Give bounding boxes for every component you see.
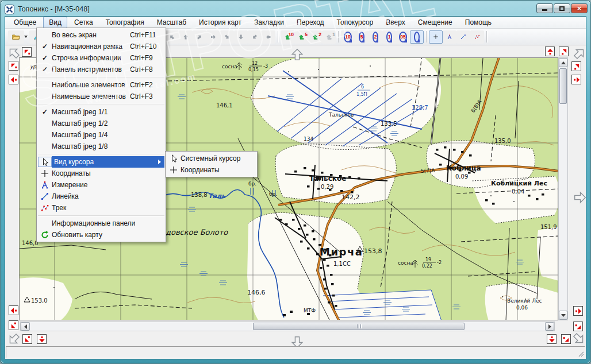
menubar-item-obschee[interactable]: Общее	[8, 17, 42, 28]
horizontal-scrollbar[interactable]	[20, 322, 555, 331]
horizontal-scrollbar-thumb[interactable]	[253, 323, 465, 330]
zoom-in-10-button[interactable]: 10	[281, 30, 294, 44]
menu-item-jpeg-1-8[interactable]: Масштаб jpeg 1/8	[37, 141, 166, 152]
nav-frame-sw-arrow[interactable]	[7, 332, 21, 346]
menubar-item-topografiya[interactable]: Топография	[100, 17, 150, 28]
jump-nw-button[interactable]	[9, 61, 18, 71]
up-arrow-icon	[561, 61, 566, 64]
zoom-in-2-button[interactable]: 2	[308, 30, 322, 44]
track-tool-button[interactable]	[470, 30, 484, 44]
menubar-item-masshtab[interactable]: Масштаб	[151, 17, 192, 28]
nav-frame-nw-arrow[interactable]	[7, 46, 21, 60]
pan-down-button[interactable]	[234, 30, 248, 44]
jump-down-button[interactable]	[37, 334, 47, 344]
menu-item-toolbar[interactable]: ✓ Панель инструментов Ctrl+F8	[37, 64, 166, 75]
menu-item-fullscreen[interactable]: Во весь экран Ctrl+F11	[37, 29, 166, 41]
minimize-button[interactable]	[536, 3, 553, 13]
menubar-item-vverh[interactable]: Вверх	[380, 17, 410, 28]
jump-up-button[interactable]	[545, 47, 555, 56]
zoom-free-button[interactable]	[410, 30, 424, 44]
menu-item-jpeg-1-2[interactable]: Масштаб jpeg 1/2	[37, 118, 166, 129]
pan-ne-icon	[194, 31, 206, 43]
menu-item-cursor-view[interactable]: Вид курсора	[37, 156, 166, 168]
vertical-scrollbar-thumb[interactable]	[559, 68, 567, 104]
zoom-in-arrow-icon	[326, 32, 332, 42]
scroll-right-button[interactable]	[545, 322, 554, 331]
nav-frame-ne-arrow[interactable]	[573, 47, 586, 60]
zoom-out-circle-icon: 2	[373, 32, 378, 42]
menubar-item-zakladki[interactable]: Закладки	[248, 17, 290, 28]
map-label: 0,15	[248, 67, 259, 72]
scroll-up-button[interactable]	[559, 58, 567, 67]
menu-item-track[interactable]: Трек	[37, 202, 166, 214]
zoom-out-1-button[interactable]: 1	[382, 30, 396, 44]
red-up-arrow-icon	[546, 48, 554, 56]
menu-item-most-elements[interactable]: Наибольше элементов Ctrl+F2	[37, 79, 166, 91]
menu-item-nav-frame[interactable]: ✓ Навигационная рамка Ctrl+F10	[37, 41, 166, 52]
menu-item-info-line[interactable]: ✓ Строчка информации Ctrl+F9	[37, 52, 166, 64]
pan-nw-icon	[166, 31, 178, 43]
menubar-item-setka[interactable]: Сетка	[68, 17, 99, 28]
jump-sw-button[interactable]	[22, 334, 32, 344]
pan-ne-button[interactable]	[193, 30, 206, 44]
menubar-item-perehod[interactable]: Переход	[291, 17, 330, 28]
close-button[interactable]: ×	[571, 3, 588, 13]
menu-item-refresh-map[interactable]: Обновить карту	[37, 229, 166, 241]
menu-item-jpeg-1-1[interactable]: ✓ Масштаб jpeg 1/1	[37, 106, 166, 118]
nav-frame-right-arrow[interactable]	[573, 191, 586, 204]
menubar-item-topokursor[interactable]: Топокурсор	[331, 17, 379, 28]
jump-nw-button[interactable]	[22, 47, 32, 57]
red-se-arrow-icon	[562, 335, 570, 343]
nav-frame-se-arrow[interactable]	[572, 332, 586, 346]
zoom-out-2-button[interactable]: 2	[369, 30, 382, 44]
jump-sw-button[interactable]	[9, 320, 18, 330]
nav-frame-up-arrow[interactable]	[290, 48, 304, 61]
resize-grip[interactable]	[576, 349, 584, 357]
pan-up-button[interactable]	[179, 30, 193, 44]
menu-item-measure[interactable]: Измерение	[37, 179, 166, 191]
submenu-item-system-cursor[interactable]: Системный курсор	[166, 153, 257, 164]
open-map-button[interactable]	[8, 30, 24, 44]
thumb-grip	[357, 324, 361, 328]
scroll-left-button[interactable]	[21, 322, 30, 331]
jump-right-button[interactable]	[573, 306, 583, 316]
pan-right-button[interactable]	[206, 30, 220, 44]
open-dropdown-caret[interactable]	[24, 36, 28, 38]
jump-ne-button[interactable]	[571, 61, 581, 71]
jump-left-button[interactable]	[9, 305, 18, 315]
app-window: Топоникс - [M-35-048] × Общее Вид Сетка …	[0, 0, 591, 364]
jump-left-button[interactable]	[9, 75, 18, 84]
scroll-down-button[interactable]	[559, 311, 567, 320]
measure-tool-button[interactable]	[443, 30, 456, 44]
menubar-item-istoriya-kart[interactable]: История карт	[193, 17, 247, 28]
jump-se-button[interactable]	[561, 334, 571, 344]
pan-left-button[interactable]	[262, 30, 275, 44]
jump-se-button[interactable]	[573, 322, 583, 331]
menu-item-ruler[interactable]: Линейка	[37, 191, 166, 202]
pan-se-button[interactable]	[220, 30, 234, 44]
zoom-in-5-button[interactable]: 5	[294, 30, 308, 44]
menubar-item-smeschenie[interactable]: Смещение	[412, 17, 458, 28]
maximize-button[interactable]	[554, 3, 570, 13]
menubar-item-pomosch[interactable]: Помощь	[459, 17, 497, 28]
pan-sw-button[interactable]	[248, 30, 262, 44]
menu-item-fewest-elements[interactable]: Наименьше элементов Ctrl+F3	[37, 91, 166, 102]
menu-item-info-panels[interactable]: Информационные панели	[37, 218, 166, 229]
zoom-out-5-button[interactable]: 5	[355, 30, 369, 44]
vertical-scrollbar[interactable]	[558, 57, 568, 320]
jump-right-button[interactable]	[571, 75, 581, 84]
menubar-item-vid[interactable]: Вид	[43, 17, 67, 28]
title-bar[interactable]: Топоникс - [M-35-048]	[5, 2, 586, 16]
submenu-item-coordinates[interactable]: Координаты	[166, 164, 257, 176]
window-title: Топоникс - [M-35-048]	[18, 5, 90, 13]
menu-item-coordinates[interactable]: Координаты	[37, 168, 166, 179]
coordinates-tool-button[interactable]	[429, 30, 443, 44]
jump-down-button[interactable]	[547, 334, 557, 344]
zoom-out-05-button[interactable]: 05	[396, 30, 410, 44]
jump-ne-button[interactable]	[559, 47, 569, 56]
zoom-out-10-button[interactable]: 10	[341, 30, 355, 44]
menu-item-jpeg-1-4[interactable]: Масштаб jpeg 1/4	[37, 129, 166, 141]
pan-nw-button[interactable]	[165, 30, 179, 44]
zoom-in-1-button[interactable]: 1	[322, 30, 336, 44]
ruler-tool-button[interactable]	[456, 30, 470, 44]
